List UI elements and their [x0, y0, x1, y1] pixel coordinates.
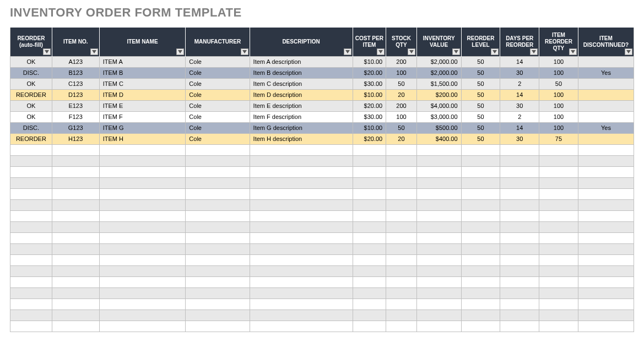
cell[interactable] [461, 166, 500, 177]
cell[interactable] [500, 310, 539, 321]
cell[interactable] [353, 155, 386, 166]
cell[interactable] [186, 287, 250, 298]
cell[interactable] [416, 276, 461, 287]
filter-dropdown-icon[interactable] [344, 48, 351, 55]
cell[interactable] [52, 265, 99, 276]
cell[interactable]: 200 [386, 56, 417, 67]
cell[interactable] [250, 321, 353, 332]
column-header[interactable]: ITEM NO. [52, 28, 99, 56]
cell[interactable] [416, 221, 461, 232]
cell[interactable] [186, 210, 250, 221]
cell[interactable] [539, 254, 578, 265]
cell[interactable] [386, 243, 417, 254]
cell[interactable]: G123 [52, 122, 99, 133]
cell[interactable]: REORDER [10, 133, 52, 144]
cell[interactable]: 14 [500, 56, 539, 67]
cell[interactable] [353, 321, 386, 332]
cell[interactable] [250, 188, 353, 199]
cell[interactable] [416, 298, 461, 310]
cell[interactable] [10, 243, 52, 254]
cell[interactable]: 14 [500, 89, 539, 100]
cell[interactable] [386, 177, 417, 188]
cell[interactable] [416, 155, 461, 166]
cell[interactable] [186, 254, 250, 265]
cell[interactable] [99, 221, 186, 232]
cell[interactable]: Yes [578, 67, 634, 78]
cell[interactable]: 30 [500, 100, 539, 111]
cell[interactable] [353, 243, 386, 254]
cell[interactable] [353, 199, 386, 210]
cell[interactable] [99, 298, 186, 310]
cell[interactable] [186, 243, 250, 254]
filter-dropdown-icon[interactable] [43, 48, 51, 55]
cell[interactable]: 14 [500, 122, 539, 133]
cell[interactable] [10, 210, 52, 221]
cell[interactable] [386, 254, 417, 265]
cell[interactable] [10, 298, 52, 310]
column-header[interactable]: DESCRIPTION [250, 28, 353, 56]
cell[interactable] [461, 298, 500, 310]
cell[interactable] [186, 155, 250, 166]
cell[interactable]: 50 [461, 133, 500, 144]
cell[interactable]: $30.00 [353, 78, 386, 89]
cell[interactable] [250, 144, 353, 155]
cell[interactable] [461, 155, 500, 166]
filter-dropdown-icon[interactable] [625, 48, 632, 55]
cell[interactable] [250, 177, 353, 188]
cell[interactable] [500, 287, 539, 298]
cell[interactable] [250, 254, 353, 265]
cell[interactable]: E123 [52, 100, 99, 111]
cell[interactable]: Cole [186, 100, 250, 111]
cell[interactable]: $3,000.00 [416, 111, 461, 122]
cell[interactable] [539, 265, 578, 276]
cell[interactable]: $500.00 [416, 122, 461, 133]
cell[interactable] [461, 177, 500, 188]
cell[interactable] [250, 310, 353, 321]
cell[interactable]: ITEM B [99, 67, 186, 78]
cell[interactable] [416, 188, 461, 199]
cell[interactable] [186, 298, 250, 310]
cell[interactable] [578, 221, 634, 232]
cell[interactable] [416, 177, 461, 188]
cell[interactable] [353, 144, 386, 155]
cell[interactable]: Cole [186, 67, 250, 78]
cell[interactable]: 100 [386, 67, 417, 78]
cell[interactable] [461, 243, 500, 254]
cell[interactable] [52, 188, 99, 199]
cell[interactable]: DISC. [10, 67, 52, 78]
cell[interactable] [250, 155, 353, 166]
cell[interactable] [10, 221, 52, 232]
cell[interactable]: H123 [52, 133, 99, 144]
cell[interactable]: ITEM D [99, 89, 186, 100]
cell[interactable] [186, 188, 250, 199]
cell[interactable] [99, 276, 186, 287]
cell[interactable] [99, 254, 186, 265]
cell[interactable] [353, 310, 386, 321]
cell[interactable] [99, 243, 186, 254]
cell[interactable]: $20.00 [353, 67, 386, 78]
cell[interactable] [416, 243, 461, 254]
cell[interactable]: 100 [539, 100, 578, 111]
cell[interactable] [500, 177, 539, 188]
cell[interactable] [500, 298, 539, 310]
cell[interactable] [539, 188, 578, 199]
cell[interactable] [10, 254, 52, 265]
cell[interactable] [250, 210, 353, 221]
cell[interactable]: B123 [52, 67, 99, 78]
cell[interactable] [578, 78, 634, 89]
cell[interactable]: $2,000.00 [416, 56, 461, 67]
filter-dropdown-icon[interactable] [491, 48, 499, 55]
cell[interactable]: $2,000.00 [416, 67, 461, 78]
cell[interactable]: 50 [539, 78, 578, 89]
cell[interactable] [539, 199, 578, 210]
cell[interactable] [539, 210, 578, 221]
cell[interactable] [461, 199, 500, 210]
cell[interactable] [186, 321, 250, 332]
cell[interactable]: 100 [539, 89, 578, 100]
cell[interactable] [52, 287, 99, 298]
cell[interactable] [186, 232, 250, 243]
cell[interactable] [52, 210, 99, 221]
cell[interactable] [186, 144, 250, 155]
cell[interactable] [578, 56, 634, 67]
cell[interactable] [461, 310, 500, 321]
